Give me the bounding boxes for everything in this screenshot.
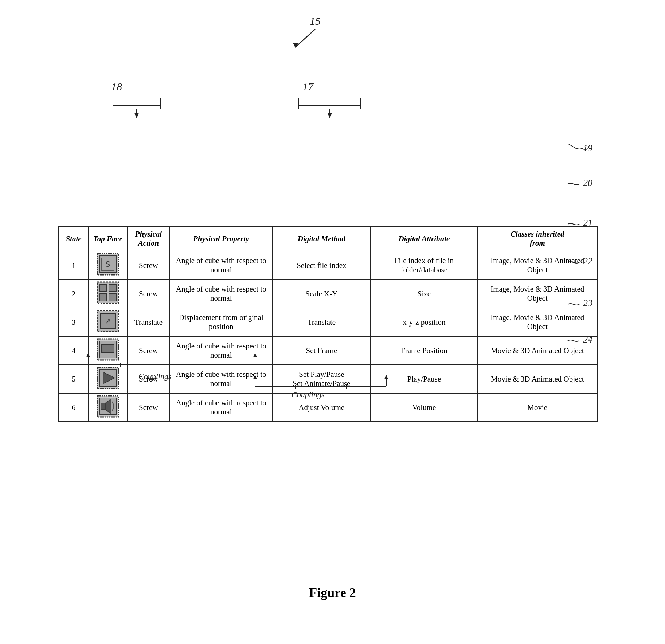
header-topface: Top Face	[89, 226, 127, 251]
svg-rect-45	[99, 284, 107, 292]
svg-rect-61	[101, 403, 105, 410]
header-state: State	[59, 226, 89, 251]
cell-digattr-3: x-y-z position	[371, 308, 477, 336]
cell-state-4: 4	[59, 336, 89, 365]
cell-state-5: 5	[59, 365, 89, 393]
icon-scale	[97, 281, 119, 304]
header-physaction: Physical Action	[127, 226, 170, 251]
cell-classes-4: Movie & 3D Animated Object	[478, 336, 597, 365]
cell-action-6: Screw	[127, 393, 170, 422]
cell-digmethod-2: Scale X-Y	[272, 280, 371, 308]
figure-caption: Figure 2	[309, 585, 356, 600]
svg-marker-2	[293, 43, 299, 47]
cell-classes-2: Image, Movie & 3D Animated Object	[478, 280, 597, 308]
svg-rect-46	[109, 284, 116, 292]
svg-text:17: 17	[302, 81, 314, 93]
cell-action-2: Screw	[127, 280, 170, 308]
cell-icon-2	[89, 280, 127, 308]
header-physprop: Physical Property	[170, 226, 273, 251]
icon-file-select: S	[97, 253, 119, 276]
page-container: 15 18 17 19 20 21 22	[0, 0, 665, 644]
cell-physprop-1: Angle of cube with respect to normal	[170, 251, 273, 280]
cell-digattr-4: Frame Position	[371, 336, 477, 365]
cell-physprop-3: Displacement from original position	[170, 308, 273, 336]
svg-rect-48	[109, 294, 116, 301]
cell-icon-4	[89, 336, 127, 365]
cell-state-2: 2	[59, 280, 89, 308]
cell-digattr-5: Play/Pause	[371, 365, 477, 393]
cell-action-4: Screw	[127, 336, 170, 365]
cell-digattr-2: Size	[371, 280, 477, 308]
cell-physprop-2: Angle of cube with respect to normal	[170, 280, 273, 308]
cell-digmethod-1: Select file index	[272, 251, 371, 280]
cell-physprop-5: Angle of cube with respect to normal	[170, 365, 273, 393]
cell-icon-1: S	[89, 251, 127, 280]
table-row: 2 Screw Angle of cube with respect to no…	[59, 280, 597, 308]
cell-digattr-6: Volume	[371, 393, 477, 422]
svg-text:S: S	[105, 259, 110, 269]
svg-rect-54	[102, 345, 114, 353]
svg-line-1	[295, 29, 315, 47]
cell-digmethod-5: Set Play/PauseSet Animate/Pause	[272, 365, 371, 393]
cell-state-1: 1	[59, 251, 89, 280]
svg-text:↗: ↗	[105, 317, 111, 325]
header-digmethod: Digital Method	[272, 226, 371, 251]
svg-text:15: 15	[310, 15, 321, 27]
main-data-table: State Top Face Physical Action Physical …	[58, 226, 598, 422]
svg-marker-9	[134, 113, 139, 118]
cell-classes-6: Movie	[478, 393, 597, 422]
svg-text:20: 20	[583, 177, 592, 188]
icon-play	[97, 367, 119, 389]
cell-icon-5	[89, 365, 127, 393]
icon-translate: ↗	[97, 310, 119, 332]
cell-classes-1: Image, Movie & 3D Animated Object	[478, 251, 597, 280]
header-digattr: Digital Attribute	[371, 226, 477, 251]
icon-frame	[97, 338, 119, 361]
svg-text:19: 19	[583, 143, 592, 153]
header-classes: Classes inheritedfrom	[478, 226, 597, 251]
cell-state-3: 3	[59, 308, 89, 336]
cell-action-3: Translate	[127, 308, 170, 336]
table-row: 6 Screw Angle of cube with respect to no…	[59, 393, 597, 422]
table-row: 5 Screw Angle of cube with respect to no…	[59, 365, 597, 393]
cell-digmethod-4: Set Frame	[272, 336, 371, 365]
table-row: 3 ↗ Translate Displacement from original…	[59, 308, 597, 336]
table-row: 4 Screw Angle of cube with respect to no…	[59, 336, 597, 365]
cell-icon-6	[89, 393, 127, 422]
svg-marker-16	[328, 113, 332, 118]
cell-state-6: 6	[59, 393, 89, 422]
cell-physprop-4: Angle of cube with respect to normal	[170, 336, 273, 365]
cell-classes-5: Movie & 3D Animated Object	[478, 365, 597, 393]
cell-action-5: Screw	[127, 365, 170, 393]
svg-text:18: 18	[111, 81, 122, 93]
table-row: 1 S Screw Angle of cube with respect to …	[59, 251, 597, 280]
cell-digmethod-6: Adjust Volume	[272, 393, 371, 422]
icon-volume	[97, 395, 119, 418]
cell-action-1: Screw	[127, 251, 170, 280]
cell-classes-3: Image, Movie & 3D Animated Object	[478, 308, 597, 336]
svg-line-18	[568, 144, 576, 149]
svg-rect-47	[99, 294, 107, 301]
cell-digattr-1: File index of file in folder/database	[371, 251, 477, 280]
cell-physprop-6: Angle of cube with respect to normal	[170, 393, 273, 422]
cell-icon-3: ↗	[89, 308, 127, 336]
cell-digmethod-3: Translate	[272, 308, 371, 336]
